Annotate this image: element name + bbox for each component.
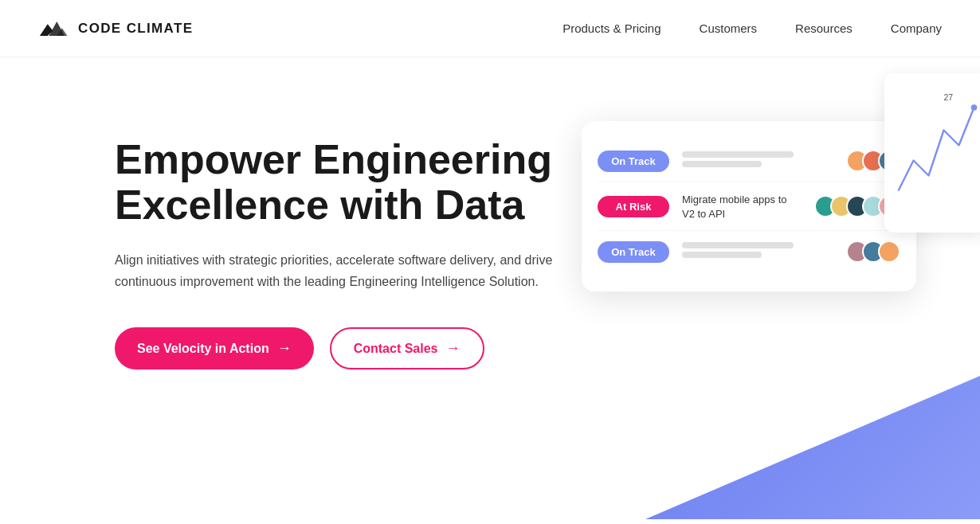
status-badge-on-track-1: On Track (598, 151, 669, 172)
card-info-1 (682, 151, 833, 170)
line-chart: 27 (891, 80, 980, 226)
header: CODE CLIMATE Products & Pricing Customer… (0, 0, 980, 57)
cta-secondary-button[interactable]: Contact Sales → (330, 327, 484, 370)
main-content: Empower Engineering Excellence with Data… (0, 57, 980, 524)
nav-customers[interactable]: Customers (700, 22, 758, 35)
main-nav: Products & Pricing Customers Resources C… (563, 22, 942, 35)
arrow-icon-secondary: → (446, 340, 461, 357)
dashboard-row-2: At Risk Migrate mobile apps to V2 to API (598, 182, 900, 231)
progress-bar-wide-2 (682, 242, 794, 248)
dashboard-card: On Track At Risk Mig (582, 121, 916, 291)
progress-bar-narrow-2 (682, 252, 762, 258)
hero-copy: Empower Engineering Excellence with Data… (115, 121, 561, 370)
card-info-2: Migrate mobile apps to V2 to API (682, 192, 802, 221)
avatar-group-3 (846, 240, 900, 263)
dashboard-row-1: On Track (598, 140, 900, 182)
hero-visual: 27 On Track (582, 73, 980, 519)
hero-headline: Empower Engineering Excellence with Data (115, 137, 561, 228)
dashboard-row-3: On Track (598, 231, 900, 272)
logo-text: CODE CLIMATE (78, 21, 193, 37)
progress-bar-narrow (682, 161, 762, 167)
card-info-3 (682, 242, 833, 261)
progress-bar-wide (682, 151, 794, 158)
nav-company[interactable]: Company (891, 22, 942, 35)
cta-row: See Velocity in Action → Contact Sales → (115, 327, 561, 370)
svg-point-0 (971, 104, 978, 111)
blue-triangle-decoration (645, 376, 980, 519)
card-row-label: Migrate mobile apps to V2 to API (682, 194, 787, 220)
status-badge-at-risk: At Risk (598, 196, 669, 217)
cta-secondary-label: Contact Sales (354, 342, 438, 356)
arrow-icon-primary: → (277, 340, 292, 357)
logo-icon (38, 18, 70, 40)
logo[interactable]: CODE CLIMATE (38, 18, 193, 40)
nav-resources[interactable]: Resources (795, 22, 853, 35)
avatar (878, 240, 900, 263)
cta-primary-label: See Velocity in Action (137, 342, 269, 356)
cta-primary-button[interactable]: See Velocity in Action → (115, 327, 314, 370)
nav-products[interactable]: Products & Pricing (563, 22, 661, 35)
status-badge-on-track-2: On Track (598, 241, 669, 263)
chart-card: 27 (884, 73, 980, 233)
svg-text:27: 27 (944, 93, 954, 102)
hero-subtext: Align initiatives with strategic priorit… (115, 250, 561, 292)
